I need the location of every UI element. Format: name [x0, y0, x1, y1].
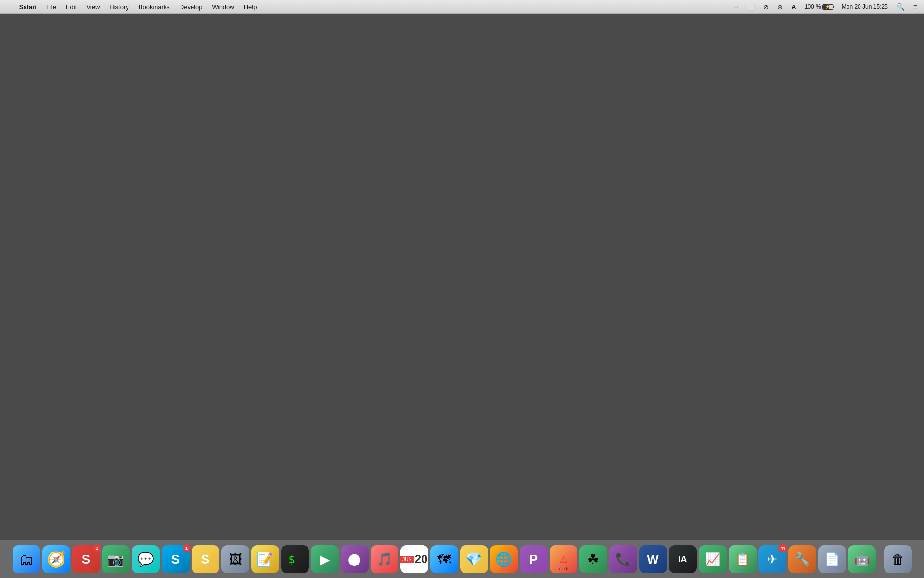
terminal-icon: $_: [288, 553, 301, 565]
menubar-view[interactable]: View: [81, 2, 104, 12]
viber-icon: 📞: [616, 552, 631, 567]
dock-maps[interactable]: 🗺: [430, 545, 458, 573]
dock-skype[interactable]: S 1: [162, 545, 190, 573]
display-icon[interactable]: ⬜: [744, 2, 757, 12]
greenshot-icon: 📋: [735, 552, 750, 567]
iawriter-icon: iA: [679, 554, 687, 565]
dock-word[interactable]: W: [639, 545, 667, 573]
android-icon: 🤖: [854, 552, 870, 567]
finder-icon: 🗂: [19, 551, 34, 568]
dock-iawriter[interactable]: iA: [669, 545, 697, 573]
dock-console[interactable]: ⚠ 7:36: [550, 545, 578, 573]
datetime-display[interactable]: Mon 20 Jun 15:25: [839, 2, 891, 11]
dock-telegram[interactable]: ✈ 44: [758, 545, 786, 573]
trash-icon: 🗑: [891, 552, 905, 567]
dock-sketch[interactable]: 💎: [460, 545, 488, 573]
telegram-icon: ✈: [767, 552, 778, 567]
dock-notes[interactable]: 📝: [251, 545, 279, 573]
dock-pockity[interactable]: P: [520, 545, 548, 573]
dock-terminal[interactable]: $_: [281, 545, 309, 573]
dock-separator: [880, 549, 880, 570]
screenshots-icon: 🖼: [229, 552, 242, 567]
pockity-icon: P: [529, 552, 538, 567]
dock-capturer[interactable]: 📷: [102, 545, 130, 573]
battery-indicator[interactable]: 100 % ⚡: [802, 2, 836, 11]
dock-chrome[interactable]: 🌐: [490, 545, 518, 573]
dock-facetime[interactable]: ▶: [311, 545, 339, 573]
telegram-badge: 44: [778, 544, 787, 552]
more-button[interactable]: ···: [731, 2, 741, 11]
menubar-develop[interactable]: Develop: [175, 2, 207, 12]
keyboard-icon[interactable]: A: [788, 2, 798, 12]
draft-icon: 📄: [824, 552, 840, 567]
music-icon: 🎵: [377, 552, 392, 567]
dock-screenshots[interactable]: 🖼: [221, 545, 249, 573]
infuse-icon: ⬤: [348, 552, 361, 566]
dock-music[interactable]: 🎵: [371, 545, 398, 573]
console-icon: ⚠: [559, 553, 568, 565]
dock-infuse[interactable]: ⬤: [341, 545, 369, 573]
notes-icon: 📝: [257, 552, 273, 567]
maps-icon: 🗺: [437, 552, 451, 567]
chrome-icon: 🌐: [495, 552, 512, 567]
facetime-icon: ▶: [320, 552, 330, 567]
menubar-history[interactable]: History: [104, 2, 133, 12]
menubar-safari[interactable]: Safari: [14, 2, 41, 12]
menubar-edit[interactable]: Edit: [61, 2, 81, 12]
dock-greenshot[interactable]: 📋: [729, 545, 757, 573]
dock-android[interactable]: 🤖: [848, 545, 876, 573]
menubar-window[interactable]: Window: [207, 2, 239, 12]
dock-finder[interactable]: 🗂: [13, 545, 40, 573]
messages-icon: 💬: [137, 552, 154, 567]
menubar-bookmarks[interactable]: Bookmarks: [134, 2, 175, 12]
slideshow-icon: S: [201, 552, 209, 567]
dock-draft[interactable]: 📄: [818, 545, 846, 573]
word-icon: W: [647, 552, 659, 567]
wrench-icon: 🔧: [795, 552, 810, 567]
notification-center-icon[interactable]: ≡: [911, 2, 920, 12]
safari-icon: 🧭: [47, 550, 66, 568]
menubar-help[interactable]: Help: [239, 2, 262, 12]
stocks-icon: 📈: [705, 552, 720, 567]
dock-trash[interactable]: 🗑: [884, 545, 912, 573]
lungo-icon: ☘: [587, 552, 599, 567]
scrobbles-badge: 1: [93, 544, 101, 552]
skype-icon: S: [171, 552, 180, 567]
menubar-file[interactable]: File: [41, 2, 61, 12]
sketch-icon: 💎: [465, 552, 482, 567]
dock-calendar[interactable]: JUN 20: [400, 545, 428, 573]
dock-viber[interactable]: 📞: [609, 545, 637, 573]
wifi-icon[interactable]: ⊛: [774, 2, 785, 12]
dock: 🗂 🧭 S 1 📷 💬 S 1 S 🖼 📝 $_ ▶ ⬤ 🎵 JUN 20 🗺: [0, 540, 924, 578]
dock-scrobbles[interactable]: S 1: [72, 545, 100, 573]
dock-lungo[interactable]: ☘: [579, 545, 607, 573]
spotlight-icon[interactable]: 🔍: [894, 2, 908, 12]
menubar-right: ··· ⬜ ⊘ ⊛ A 100 % ⚡ Mon 20 Jun 15:25 🔍 ≡: [731, 2, 920, 12]
dock-safari[interactable]: 🧭: [42, 545, 70, 573]
skype-badge: 1: [183, 544, 191, 552]
battery-icon: ⚡: [822, 4, 833, 10]
battery-percent-label: 100 %: [805, 3, 821, 10]
dock-wrench[interactable]: 🔧: [788, 545, 816, 573]
apple-menu[interactable]: : [4, 1, 14, 12]
capturer-icon: 📷: [107, 552, 124, 567]
desktop: [0, 14, 924, 540]
menubar:  Safari File Edit View History Bookmark…: [0, 0, 924, 14]
dock-stocks[interactable]: 📈: [699, 545, 727, 573]
dock-slideshow[interactable]: S: [192, 545, 219, 573]
dock-messages[interactable]: 💬: [132, 545, 160, 573]
menubar-left:  Safari File Edit View History Bookmark…: [4, 1, 261, 12]
dnd-icon[interactable]: ⊘: [760, 2, 771, 12]
scrobbles-icon: S: [82, 552, 90, 567]
